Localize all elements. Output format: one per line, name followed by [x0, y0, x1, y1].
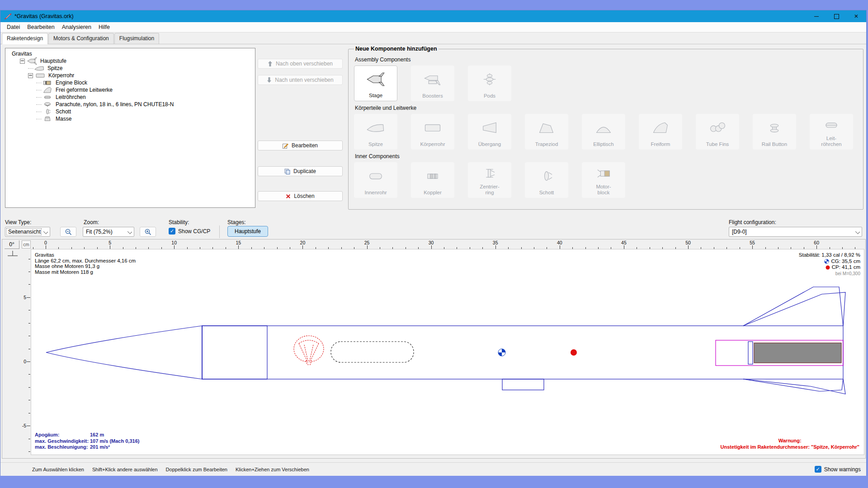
tree-item-hauptstufe[interactable]: Hauptstufe [8, 57, 255, 65]
boosters-icon [423, 72, 443, 87]
stability-condition: bei M=0,300 [799, 271, 860, 277]
component-button-label: Übergang [478, 141, 501, 147]
tab-flugsimulation[interactable]: Flugsimulation [114, 33, 159, 44]
ruler-label: 35 [493, 240, 498, 245]
tree-item-label: Hauptstufe [40, 58, 66, 64]
chevron-down-icon [43, 230, 48, 234]
body-tube-outline [202, 326, 843, 379]
tree-expander[interactable] [20, 59, 25, 64]
tree-item-label: Leitröhrchen [56, 94, 86, 100]
tab-raketendesign[interactable]: Raketendesign [2, 33, 48, 44]
ruler-tick [174, 245, 175, 249]
ruler-label: 45 [621, 240, 627, 245]
ruler-unit-box: cm [22, 240, 31, 249]
cp-icon [826, 265, 830, 270]
title-bar[interactable]: *Gravitas (Gravitas.ork) ✕ [0, 10, 866, 22]
edit-button[interactable]: Bearbeiten [258, 141, 343, 150]
ruler-label: 20 [300, 240, 306, 245]
rocket-canvas[interactable]: GravitasLänge 62,2 cm, max. Durchmesser … [31, 249, 864, 455]
tree-item-gravitas[interactable]: Gravitas [8, 50, 255, 57]
component-button-label: Spitze [368, 141, 383, 147]
delete-button[interactable]: Löschen [258, 191, 343, 201]
tree-item-frei-geformte-leitwerke[interactable]: Frei geformte Leitwerke [8, 86, 255, 94]
stage-toggle-hauptstufe[interactable]: Hauptstufe [227, 226, 268, 237]
show-cgcp-checkbox[interactable]: ✓ Show CG/CP [169, 228, 210, 235]
section-label: Körperteile und Leitwerke [355, 105, 858, 111]
menu-item-bearbeiten[interactable]: Bearbeiten [24, 23, 58, 32]
menu-item-hilfe[interactable]: Hilfe [95, 23, 113, 32]
rocket-info-line: Masse ohne Motoren 91,3 g [35, 263, 136, 269]
flight-config-select[interactable]: [D9-0] [729, 227, 862, 237]
rocket-info-line: Masse mit Motoren 118 g [35, 269, 136, 275]
mass-icon [42, 115, 53, 123]
menu-item-datei[interactable]: Datei [3, 23, 24, 32]
component-button-label: Koppler [424, 190, 442, 196]
tree-item-parachute[interactable]: Parachute, nylon, 18 in., 6 lines, PN CH… [8, 101, 255, 108]
add-component-title: Neue Komponente hinzufügen [354, 46, 439, 52]
menu-item-analysieren[interactable]: Analysieren [58, 23, 95, 32]
flight-config-label: Flight configuration: [729, 219, 776, 225]
ruler-label: 5 [108, 240, 111, 245]
component-tree[interactable]: GravitasHauptstufeSpitzeKörperrohrEngine… [5, 48, 255, 208]
tree-item-engine-block[interactable]: Engine Block [8, 79, 255, 86]
status-bar: Zum Auswählen klickenShift+Klick andere … [0, 462, 866, 476]
motor-block-icon [594, 166, 613, 181]
duplicate-label: Duplicate [293, 168, 316, 174]
ruler-tick [28, 400, 30, 400]
centering-ring-icon [480, 166, 500, 181]
delete-icon [286, 194, 291, 199]
rocket-side-view[interactable] [31, 249, 865, 455]
ruler-label: 30 [429, 240, 434, 245]
flight-data-row: max. Beschleunigung:201 m/s² [35, 444, 139, 450]
zoom-out-button[interactable] [60, 227, 76, 237]
tab-motors-configuration[interactable]: Motors & Configuration [48, 33, 114, 44]
component-button-label: Innenrohr [364, 190, 387, 196]
rotation-indicator[interactable]: 0° [5, 240, 19, 249]
cp-marker [571, 349, 577, 356]
add-fin-freeform-button: Freiform [639, 114, 682, 150]
tree-expander[interactable] [28, 73, 33, 78]
add-nosecone-button: Spitze [354, 114, 397, 150]
ruler-label: 50 [685, 240, 691, 245]
ruler-tick [28, 284, 30, 285]
zoom-label: Zoom: [84, 219, 99, 225]
zoom-select[interactable]: Fit (75,2%) [83, 227, 134, 237]
add-component-panel: Neue Komponente hinzufügen Assembly Comp… [348, 46, 863, 210]
chevron-down-icon [127, 230, 132, 234]
component-button-label: Zentrier- ring [480, 184, 499, 195]
status-hint: Shift+Klick andere auswählen [92, 467, 158, 472]
tree-item-spitze[interactable]: Spitze [8, 65, 255, 72]
minimize-icon[interactable] [807, 10, 826, 22]
component-button-label: Leit- röhrchen [821, 136, 841, 147]
show-warnings-checkbox[interactable]: ✓ Show warnings [815, 466, 861, 473]
component-button-label: Stage [369, 93, 382, 99]
tree-item-label: Engine Block [56, 80, 87, 86]
duplicate-button[interactable]: Duplicate [258, 166, 343, 176]
add-fin-elliptical-button: Elliptisch [582, 114, 625, 150]
component-button-label: Körperrohr [420, 141, 445, 147]
ruler-tick [27, 361, 30, 362]
add-bulkhead-button: Schott [525, 162, 568, 198]
add-stage-button[interactable]: Stage [354, 66, 397, 101]
rocket-info-line: Länge 62,2 cm, max. Durchmesser 4,16 cm [35, 258, 136, 264]
maximize-icon[interactable] [826, 10, 846, 22]
tree-item-schott[interactable]: Schott [8, 108, 255, 115]
tree-item-masse[interactable]: Masse [8, 115, 255, 122]
ruler-tick [28, 451, 30, 452]
chevron-down-icon [855, 230, 860, 234]
close-icon[interactable]: ✕ [846, 10, 866, 22]
zoom-in-button[interactable] [140, 227, 156, 237]
rotation-dial-icon[interactable] [7, 250, 19, 258]
tree-item-körperrohr[interactable]: Körperrohr [8, 72, 255, 79]
ruler-tick [28, 349, 30, 349]
ruler-label: 40 [557, 240, 562, 245]
zoom-out-icon [65, 229, 72, 235]
tree-item-leitröhrchen[interactable]: Leitröhrchen [8, 94, 255, 101]
show-cgcp-label: Show CG/CP [178, 228, 210, 235]
add-rail-button-button: Rail Button [753, 114, 796, 150]
stability-info: Stabilität: 1,33 cal / 8,92 % CG: 35,5 c… [799, 252, 860, 277]
tree-item-label: Masse [56, 116, 71, 122]
ruler-tick [28, 413, 30, 413]
stability-value: Stabilität: 1,33 cal / 8,92 % [799, 252, 860, 258]
view-type-select[interactable]: Seitenansicht [5, 227, 50, 237]
